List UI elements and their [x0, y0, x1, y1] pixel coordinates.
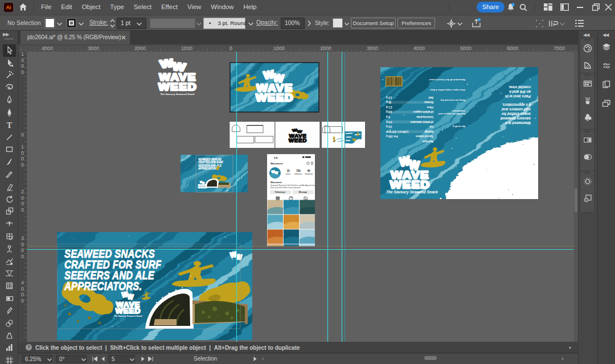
svg-text:0: 0 — [21, 298, 24, 304]
svg-text:3: 3 — [21, 235, 24, 241]
svg-text:0: 0 — [21, 63, 24, 69]
svg-text:4: 4 — [21, 280, 24, 286]
svg-text:Nutrition: Nutrition — [423, 140, 433, 143]
svg-text:a e appreciators.: a e appreciators. — [502, 102, 531, 107]
svg-text:Protein: Protein — [424, 101, 433, 104]
svg-text:2: 2 — [21, 189, 24, 195]
svg-text:of which sugars: of which sugars — [413, 110, 433, 113]
svg-text:0: 0 — [21, 292, 24, 297]
svg-text:1,034 kJ / 247 kcal: 1,034 kJ / 247 kcal — [386, 130, 409, 133]
svg-text:followers: followers — [294, 173, 302, 175]
svg-text:0: 0 — [21, 242, 24, 247]
svg-text:1000: 1000 — [181, 46, 192, 51]
svg-text:0: 0 — [21, 195, 24, 201]
svg-text:0: 0 — [21, 286, 24, 292]
svg-text:Waveweed: Waveweed — [270, 162, 283, 165]
svg-text:4000: 4000 — [42, 46, 53, 51]
svg-text:0: 0 — [229, 46, 232, 51]
svg-text:Per 100 g: Per 100 g — [386, 135, 398, 138]
svg-text:8 g: 8 g — [386, 115, 390, 118]
svg-text:T: T — [7, 121, 13, 130]
svg-text:4000: 4000 — [413, 46, 425, 51]
svg-text:an IPA and a: an IPA and a — [509, 90, 531, 94]
svg-text:of which saturates: of which saturates — [410, 121, 433, 123]
svg-text:0: 0 — [21, 254, 24, 259]
svg-text:5000: 5000 — [460, 46, 472, 51]
svg-text:3.6 g: 3.6 g — [386, 125, 392, 128]
svg-text:Message: Message — [299, 191, 307, 193]
svg-text:Keep me cool and dry: Keep me cool and dry — [440, 99, 465, 102]
svg-text:APPRECIATORS.: APPRECIATORS. — [64, 279, 142, 292]
svg-text:APPRECIATORS.: APPRECIATORS. — [198, 167, 218, 170]
svg-text:2000: 2000 — [320, 46, 331, 51]
svg-text:1: 1 — [21, 52, 24, 57]
svg-text:Salt: Salt — [428, 96, 433, 99]
svg-text:Typical values: Typical values — [415, 135, 433, 138]
svg-text:2000: 2000 — [134, 46, 146, 51]
svg-text:0: 0 — [21, 69, 24, 75]
svg-text:0: 0 — [21, 162, 24, 168]
svg-text:30 g: 30 g — [386, 101, 391, 104]
svg-text:0.5 g: 0.5 g — [386, 110, 392, 113]
svg-text:Fibre: Fibre — [427, 106, 433, 109]
svg-text:Carbohydrate: Carbohydrate — [416, 115, 433, 118]
svg-text:Waveweed: Waveweed — [270, 181, 282, 184]
svg-text:posts: posts — [286, 173, 290, 175]
svg-text:Net wt 40 g: Net wt 40 g — [452, 125, 465, 128]
svg-text:Now stocked in West Coast tapr: Now stocked in West Coast taprooms — [270, 187, 301, 189]
svg-text:3000: 3000 — [88, 46, 99, 51]
svg-text:vegetarians: vegetarians — [452, 110, 465, 113]
svg-text:Harvested off the Cornish coas: Harvested off the Cornish coast — [429, 78, 465, 81]
svg-text:10: 10 — [286, 169, 290, 172]
svg-text:0.4 g: 0.4 g — [386, 121, 392, 123]
svg-text:Waveweed is a: Waveweed is a — [505, 121, 531, 125]
svg-text:3000: 3000 — [367, 46, 378, 51]
svg-text:savoury seaweed: savoury seaweed — [500, 116, 531, 121]
svg-text:Pairs best w th: Pairs best w th — [505, 94, 531, 98]
svg-text:0: 0 — [21, 207, 24, 213]
svg-text:2.1 g: 2.1 g — [386, 106, 392, 109]
svg-text:7000: 7000 — [554, 46, 565, 51]
svg-text:9:41: 9:41 — [274, 157, 278, 159]
svg-text:1000: 1000 — [273, 46, 285, 51]
svg-text:1: 1 — [21, 144, 24, 150]
svg-text:40: 40 — [307, 169, 310, 172]
svg-text:Fat: Fat — [429, 125, 433, 128]
svg-text:surf seekers and: surf seekers and — [501, 107, 531, 111]
svg-text:0: 0 — [21, 247, 24, 253]
svg-text:0: 0 — [21, 201, 24, 206]
svg-text:Once open, enjoy within 3 days: Once open, enjoy within 3 days — [429, 89, 465, 92]
svg-text:0: 0 — [21, 156, 24, 162]
svg-text:The Savoury Seaweed Snack: The Savoury Seaweed Snack — [160, 93, 195, 96]
svg-text:Following ▾: Following ▾ — [275, 191, 286, 193]
svg-text:0: 0 — [21, 132, 24, 138]
svg-text:The Savoury Seaweed Snack: The Savoury Seaweed Snack — [114, 315, 143, 317]
svg-text:Energy: Energy — [424, 130, 433, 133]
svg-text:0: 0 — [21, 57, 24, 63]
svg-text:following: following — [305, 173, 312, 175]
svg-text:6000: 6000 — [507, 46, 518, 51]
svg-text:2.5 g: 2.5 g — [386, 96, 392, 99]
svg-text:72k: 72k — [296, 169, 301, 172]
svg-text:snack crafted for: snack crafted for — [501, 112, 531, 116]
svg-text:The Savoury Seaweed Snack: The Savoury Seaweed Snack — [386, 190, 438, 195]
svg-text:coastal view.: coastal view. — [509, 85, 531, 89]
svg-text:0: 0 — [21, 150, 24, 156]
